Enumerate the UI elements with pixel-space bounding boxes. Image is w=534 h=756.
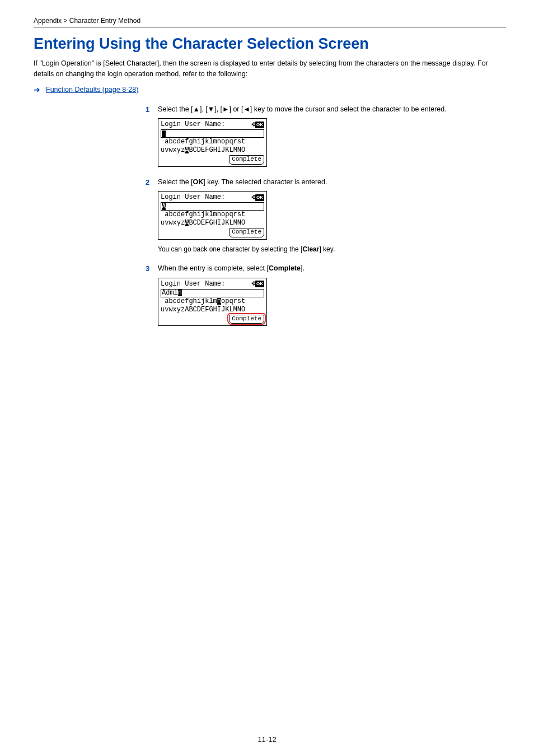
function-defaults-link[interactable]: Function Defaults (page 8-28) bbox=[46, 86, 138, 94]
nav-ok-icon: ✥ OK bbox=[251, 121, 264, 129]
ok-badge-icon: OK bbox=[255, 281, 264, 287]
step-number: 1 bbox=[146, 104, 153, 115]
header-rule bbox=[34, 27, 506, 27]
lcd-screen-2: Login User Name: ✥ OK A abcdefghijklmnop… bbox=[158, 191, 267, 240]
step-3: 3 When the entry is complete, select [Co… bbox=[146, 263, 506, 326]
cursor-char: n bbox=[178, 290, 182, 296]
char-row-1: abcdefghijklmnopqrst bbox=[161, 211, 264, 219]
nav-ok-icon: ✥ OK bbox=[251, 280, 264, 288]
breadcrumb: Appendix > Character Entry Method bbox=[34, 17, 506, 25]
step-text: Select the [▲], [▼], [►] or [◄] key to m… bbox=[158, 104, 447, 115]
char-row-2: uvwxyzABCDEFGHIJKLMNO bbox=[161, 146, 264, 155]
ok-badge-icon: OK bbox=[255, 194, 264, 201]
step-number: 3 bbox=[146, 263, 153, 274]
section-heading: Entering Using the Character Selection S… bbox=[34, 35, 506, 53]
char-row-1: abcdefghijklmnopqrst bbox=[161, 297, 264, 306]
lcd-screen-1: Login User Name: ✥ OK abcdefghijklmnopqr… bbox=[158, 118, 267, 167]
complete-button[interactable]: Complete bbox=[229, 228, 264, 237]
lcd-screen-3: Login User Name: ✥ OK Admin abcdefghijkl… bbox=[158, 278, 267, 326]
arrows-icon: ✥ bbox=[251, 121, 255, 129]
complete-button-highlighted[interactable]: Complete bbox=[229, 315, 264, 324]
lcd-title: Login User Name: bbox=[161, 120, 225, 129]
page-number: 11-12 bbox=[0, 735, 534, 744]
reference-link-row: ➜ Function Defaults (page 8-28) bbox=[34, 85, 506, 94]
lcd-input-field bbox=[161, 129, 264, 138]
nav-ok-icon: ✥ OK bbox=[251, 194, 264, 202]
clear-key-note: You can go back one character by selecti… bbox=[158, 245, 506, 253]
step-1: 1 Select the [▲], [▼], [►] or [◄] key to… bbox=[146, 104, 506, 167]
entered-text: Admi bbox=[162, 289, 178, 297]
char-row-2: uvwxyzABCDEFGHIJKLMNO bbox=[161, 219, 264, 227]
cursor-block bbox=[162, 130, 166, 137]
char-row-1: abcdefghijklmnopqrst bbox=[161, 138, 264, 146]
step-2: 2 Select the [OK] key. The selected char… bbox=[146, 177, 506, 253]
arrow-right-icon: ➜ bbox=[34, 85, 40, 94]
arrows-icon: ✥ bbox=[251, 280, 255, 288]
arrows-icon: ✥ bbox=[251, 194, 255, 202]
entered-char: A bbox=[162, 203, 166, 210]
lcd-title: Login User Name: bbox=[161, 280, 225, 288]
step-text: When the entry is complete, select [Comp… bbox=[158, 263, 305, 274]
lcd-title: Login User Name: bbox=[161, 193, 225, 202]
intro-paragraph: If "Login Operation" is [Select Characte… bbox=[34, 58, 506, 80]
char-row-2: uvwxyzABCDEFGHIJKLMNO bbox=[161, 306, 264, 314]
lcd-input-field: Admin bbox=[161, 289, 264, 297]
complete-button[interactable]: Complete bbox=[229, 155, 264, 165]
lcd-input-field: A bbox=[161, 202, 264, 211]
ok-badge-icon: OK bbox=[255, 122, 264, 128]
step-number: 2 bbox=[146, 177, 153, 188]
step-text: Select the [OK] key. The selected charac… bbox=[158, 177, 327, 188]
